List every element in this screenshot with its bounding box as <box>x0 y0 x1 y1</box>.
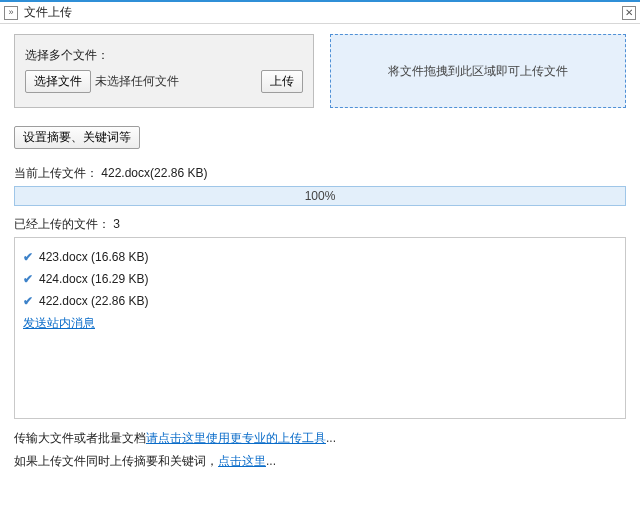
choose-status-text: 未选择任何文件 <box>95 73 179 90</box>
file-name: 424.docx (16.29 KB) <box>39 272 148 286</box>
check-icon: ✔ <box>23 294 33 308</box>
uploaded-count: 3 <box>113 217 120 231</box>
top-row: 选择多个文件： 选择文件 未选择任何文件 上传 将文件拖拽到此区域即可上传文件 <box>14 34 626 108</box>
footer-line2-link[interactable]: 点击这里 <box>218 454 266 468</box>
file-item: ✔ 423.docx (16.68 KB) <box>23 246 617 268</box>
footer-line2-pre: 如果上传文件同时上传摘要和关键词， <box>14 454 218 468</box>
dropzone-text: 将文件拖拽到此区域即可上传文件 <box>388 63 568 80</box>
dropzone[interactable]: 将文件拖拽到此区域即可上传文件 <box>330 34 626 108</box>
expand-icon[interactable]: » <box>4 6 18 20</box>
choose-label: 选择多个文件： <box>25 47 303 64</box>
file-name: 423.docx (16.68 KB) <box>39 250 148 264</box>
check-icon: ✔ <box>23 272 33 286</box>
footer-notes: 传输大文件或者批量文档请点击这里使用更专业的上传工具... 如果上传文件同时上传… <box>14 427 626 473</box>
file-item: ✔ 422.docx (22.86 KB) <box>23 290 617 312</box>
current-upload-row: 当前上传文件： 422.docx(22.86 KB) <box>14 165 626 182</box>
close-icon[interactable]: ✕ <box>622 6 636 20</box>
window-title: 文件上传 <box>24 4 622 21</box>
current-filename: 422.docx(22.86 KB) <box>101 166 207 180</box>
current-prefix: 当前上传文件： <box>14 166 98 180</box>
file-name: 422.docx (22.86 KB) <box>39 294 148 308</box>
set-metadata-button[interactable]: 设置摘要、关键词等 <box>14 126 140 149</box>
choose-file-button[interactable]: 选择文件 <box>25 70 91 93</box>
send-message-link[interactable]: 发送站内消息 <box>23 315 95 332</box>
footer-dots: ... <box>266 454 276 468</box>
upload-button[interactable]: 上传 <box>261 70 303 93</box>
footer-line1-link[interactable]: 请点击这里使用更专业的上传工具 <box>146 431 326 445</box>
file-item: ✔ 424.docx (16.29 KB) <box>23 268 617 290</box>
titlebar: » 文件上传 ✕ <box>0 0 640 24</box>
check-icon: ✔ <box>23 250 33 264</box>
progress-bar: 100% <box>14 186 626 206</box>
footer-line1-pre: 传输大文件或者批量文档 <box>14 431 146 445</box>
uploaded-prefix: 已经上传的文件： <box>14 217 110 231</box>
uploaded-file-list[interactable]: ✔ 423.docx (16.68 KB) ✔ 424.docx (16.29 … <box>14 237 626 419</box>
progress-text: 100% <box>305 189 336 203</box>
footer-dots: ... <box>326 431 336 445</box>
uploaded-label: 已经上传的文件： 3 <box>14 216 626 233</box>
upload-panel: 选择多个文件： 选择文件 未选择任何文件 上传 <box>14 34 314 108</box>
